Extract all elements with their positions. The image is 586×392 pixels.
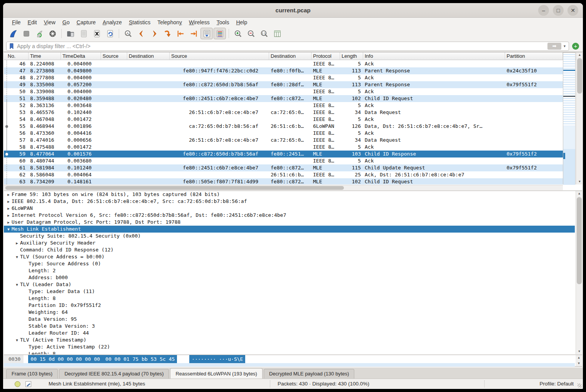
packet-row-46[interactable]: 468.2240080.004000IEEE 8…5Ack [4,60,563,67]
collapse-icon[interactable]: ▾ [14,281,20,288]
find-packet-button[interactable]: A [122,28,134,39]
detail-line-0[interactable]: ▸Frame 59: 103 bytes on wire (824 bits),… [4,191,575,198]
go-first-button[interactable] [174,28,187,39]
detail-line-14[interactable]: Type: Leader Data (11) [4,288,575,295]
packet-row-52[interactable]: 528.3631360.003648IEEE 8…5Ack [4,102,563,109]
go-back-button[interactable] [135,28,147,39]
detail-line-18[interactable]: Data Version: 95 [4,316,575,323]
packet-row-59[interactable]: 598.4770640.001576fe80::c872:650d:b7b8:5… [4,151,563,157]
packet-list-vscrollbar[interactable]: ▲ ▼ [576,52,583,184]
resize-columns-button[interactable] [271,28,283,39]
detail-line-22[interactable]: Type: Active Timestamp (22) [4,343,575,350]
column-header-source[interactable]: Source [101,52,127,60]
status-profile[interactable]: Profile: Default [539,381,574,387]
packet-list-hscrollbar[interactable] [4,185,563,190]
packet-list-scroll-thumb[interactable] [577,58,582,94]
details-vscrollbar[interactable]: ▲ ▼ [576,191,582,354]
column-header-destination[interactable]: Destination [127,52,170,60]
capture-comment-icon[interactable] [25,381,31,387]
packet-row-51[interactable]: 518.3594880.020480fe80::2451:c6b7:e8ce:4… [4,95,563,102]
expand-icon[interactable]: ▸ [5,198,12,205]
packet-row-54[interactable]: 548.4670480.001472IEEE 8…5Ack [4,116,563,123]
start-capture-button[interactable] [7,28,19,39]
column-header-no[interactable]: No. [4,52,29,60]
column-header-destination-2[interactable]: Destination [269,52,312,60]
tab-reassembled-6lowpan-193-bytes[interactable]: Reassembled 6LoWPAN (193 bytes) [170,368,262,379]
auto-scroll-button[interactable] [200,28,213,39]
packet-row-61[interactable]: 618.5819840.101240fe80::2451:c6b7:e8ce:4… [4,164,563,171]
zoom-in-button[interactable] [232,28,244,39]
menu-tools[interactable]: Tools [213,18,233,26]
packet-row-60[interactable]: 608.4807440.003680IEEE 8…5Ack [4,157,563,164]
detail-line-15[interactable]: Length: 8 [4,295,575,302]
column-header-partition[interactable]: Partition [505,52,563,60]
zoom-out-button[interactable] [245,28,257,39]
go-to-packet-button[interactable] [161,28,173,39]
open-file-button[interactable] [64,28,77,39]
close-file-button[interactable] [91,28,103,39]
column-header-timedelta[interactable]: TimeDelta [61,52,101,60]
expert-info-icon[interactable] [15,381,20,387]
bytes-vscrollbar[interactable]: ▲ ▼ [576,355,582,366]
minimize-button[interactable]: – [538,5,549,16]
packet-row-55[interactable]: 558.4689440.001896ca:72:65:0d:b7:b8:56:a… [4,123,563,130]
collapse-icon[interactable]: ▾ [14,337,20,344]
packet-row-57[interactable]: 578.4740160.00065626:51:c6:b7:e8:ce:4b:e… [4,137,563,144]
menu-help[interactable]: Help [232,18,251,26]
packet-row-62[interactable]: 628.5860480.00406426:51:c6:b…IEEE 8…25Ac… [4,171,563,178]
capture-options-button[interactable] [46,28,59,39]
packet-row-50[interactable]: 508.3390080.004000IEEE 8…5Ack [4,88,563,95]
display-filter-input[interactable]: Apply a display filter ... <Ctrl-/> ➡ ▾ [6,42,569,51]
detail-line-13[interactable]: ▾TLV (Leader Data) [4,281,575,288]
expand-icon[interactable]: ▸ [5,219,12,226]
detail-line-12[interactable]: Address: b000 [4,274,575,281]
tab-decrypted-ieee-802-15-4-payload-70-bytes[interactable]: Decrypted IEEE 802.15.4 payload (70 byte… [59,369,169,379]
go-last-button[interactable] [187,28,200,39]
detail-line-4[interactable]: ▸User Datagram Protocol, Src Port: 19788… [4,219,575,226]
restart-capture-button[interactable] [33,28,45,39]
menu-statistics[interactable]: Statistics [125,18,154,26]
column-header-protocol[interactable]: Protocol [312,52,340,60]
detail-line-7[interactable]: ▸Auxiliary Security Header [4,240,575,246]
detail-line-2[interactable]: ▸6LoWPAN [4,205,575,212]
go-forward-button[interactable] [148,28,160,39]
detail-line-20[interactable]: Leader Router ID: 44 [4,330,575,337]
scroll-up-icon[interactable]: ▲ [576,191,582,196]
detail-line-21[interactable]: ▾TLV (Active Timestamp) [4,337,575,343]
menu-telephony[interactable]: Telephony [154,18,185,26]
detail-line-11[interactable]: Length: 2 [4,267,575,274]
detail-line-19[interactable]: Stable Data Version: 3 [4,323,575,330]
packet-list-hscroll-thumb[interactable] [5,186,344,190]
packet-row-56[interactable]: 568.4733600.004416IEEE 8…5Ack [4,130,563,137]
column-header-source-2[interactable]: Source [170,52,269,60]
detail-line-3[interactable]: ▸Internet Protocol Version 6, Src: fe80:… [4,212,575,219]
menu-view[interactable]: View [40,18,59,26]
zoom-original-button[interactable]: 1:1 [258,28,270,39]
detail-line-1[interactable]: ▸IEEE 802.15.4 Data, Dst: 26:51:c6:b7:e8… [4,198,575,205]
detail-line-23[interactable]: Length: 8 [4,350,575,354]
resize-grip[interactable] [578,384,581,387]
menu-capture[interactable]: Capture [73,18,99,26]
packet-row-48[interactable]: 488.2778080.004000IEEE 8…5Ack [4,74,563,81]
scroll-up-icon[interactable]: ▲ [576,355,582,360]
collapse-icon[interactable]: ▾ [5,226,12,233]
colorize-button[interactable] [214,28,226,39]
detail-line-8[interactable]: Command: Child ID Response (12) [4,246,575,253]
packet-row-63[interactable]: 638.7342090.148161fe80::505e:f807:7f81:4… [4,178,563,184]
detail-line-5[interactable]: ▾Mesh Link Establishment [4,226,575,233]
menu-file[interactable]: File [8,18,24,26]
details-scroll-thumb[interactable] [577,197,582,284]
tab-frame-103-bytes[interactable]: Frame (103 bytes) [6,369,58,379]
expand-icon[interactable]: ▸ [5,212,12,219]
close-button[interactable]: ✕ [567,5,578,16]
menu-wireless[interactable]: Wireless [185,18,213,26]
filter-history-caret[interactable]: ▾ [564,44,566,48]
expand-icon[interactable]: ▸ [5,191,12,198]
collapse-icon[interactable]: ▾ [14,254,20,261]
packet-row-49[interactable]: 498.3350080.057200fe80::c872:650d:b7b8:5… [4,81,563,88]
expand-icon[interactable]: ▸ [14,240,20,247]
bookmark-icon[interactable] [9,43,15,49]
scroll-up-icon[interactable]: ▲ [576,52,583,58]
menu-go[interactable]: Go [59,18,73,26]
detail-line-9[interactable]: ▾TLV (Source Address = b0:00) [4,253,575,260]
